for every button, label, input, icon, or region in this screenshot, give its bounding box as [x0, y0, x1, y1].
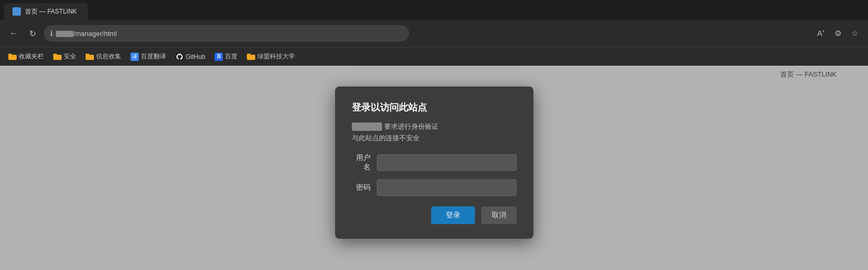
svg-rect-7 — [247, 54, 251, 56]
address-bar[interactable]: ℹ ···.···.···/manager/html — [44, 25, 409, 42]
bookmark-item-favorites[interactable]: 收藏夹栏 — [4, 50, 48, 63]
svg-rect-3 — [53, 54, 57, 56]
bookmark-item-info[interactable]: 信息收集 — [81, 50, 125, 63]
username-row: 用户名 — [352, 153, 517, 172]
login-button[interactable]: 登录 — [431, 206, 475, 224]
bookmark-label: 收藏夹栏 — [19, 52, 44, 61]
reload-button[interactable]: ↻ — [25, 26, 40, 41]
dialog-warning: 与此站点的连接不安全 — [352, 133, 517, 143]
tab-favicon — [13, 7, 21, 16]
info-icon: ℹ — [50, 29, 53, 38]
bookmark-label: 绿盟科技大学 — [257, 52, 295, 61]
subtitle-suffix: 要求进行身份验证 — [384, 122, 438, 131]
bookmark-label: 百度翻译 — [141, 52, 166, 61]
cancel-button[interactable]: 取消 — [481, 206, 517, 224]
svg-rect-1 — [8, 54, 12, 56]
bookmarks-bar: 收藏夹栏 安全 信息收集 译 百度翻译 GitHub 百 百度 绿盟科技大学 — [0, 47, 868, 66]
bookmark-item-baidu[interactable]: 百 百度 — [210, 50, 242, 63]
extensions-button[interactable]: ⚙ — [830, 26, 845, 41]
username-label: 用户名 — [352, 153, 371, 172]
username-input[interactable] — [377, 154, 517, 171]
active-tab[interactable]: 首页 — FASTLINK — [4, 3, 88, 20]
dialog-title: 登录以访问此站点 — [352, 101, 517, 114]
favorites-button[interactable]: ☆ — [847, 26, 862, 41]
bookmark-item-github[interactable]: GitHub — [171, 51, 209, 63]
password-input[interactable] — [377, 179, 517, 196]
folder-icon — [86, 53, 94, 60]
dialog-subtitle: ···.···.···.··· 要求进行身份验证 — [352, 122, 517, 131]
password-row: 密码 — [352, 179, 517, 196]
blurred-url: ···.···.···.··· — [352, 122, 382, 131]
page-content: 首页 — FASTLINK 登录以访问此站点 ···.···.···.··· 要… — [0, 66, 868, 270]
bookmark-label: 百度 — [225, 52, 237, 61]
baidu-icon: 百 — [215, 53, 223, 61]
tab-title: 首页 — FASTLINK — [25, 7, 79, 16]
auth-dialog: 登录以访问此站点 ···.···.···.··· 要求进行身份验证 与此站点的连… — [335, 87, 533, 239]
dialog-buttons: 登录 取消 — [352, 206, 517, 224]
browser-chrome: 首页 — FASTLINK ← ↻ ℹ ···.···.···/manager/… — [0, 0, 868, 47]
modal-overlay: 登录以访问此站点 ···.···.···.··· 要求进行身份验证 与此站点的连… — [0, 66, 868, 270]
back-button[interactable]: ← — [6, 26, 21, 41]
bookmark-label: 安全 — [64, 52, 76, 61]
toolbar-right: Aʼ ⚙ ☆ — [814, 26, 862, 41]
folder-icon — [53, 53, 62, 60]
url-text: ···.···.···/manager/html — [56, 30, 403, 38]
tab-bar: 首页 — FASTLINK — [0, 0, 868, 20]
address-bar-row: ← ↻ ℹ ···.···.···/manager/html Aʼ ⚙ ☆ — [0, 20, 868, 47]
bookmark-item-security[interactable]: 安全 — [49, 50, 80, 63]
svg-rect-5 — [86, 54, 89, 56]
bookmark-label: GitHub — [186, 53, 205, 60]
github-icon — [175, 53, 184, 61]
baidu-translate-icon: 译 — [130, 53, 139, 61]
reader-mode-button[interactable]: Aʼ — [814, 26, 828, 41]
folder-icon — [8, 53, 17, 60]
password-label: 密码 — [352, 183, 371, 192]
bookmark-label: 信息收集 — [96, 52, 121, 61]
bookmark-item-lvmeng[interactable]: 绿盟科技大学 — [243, 50, 299, 63]
folder-icon — [247, 53, 255, 60]
blurred-url: ···.···.··· — [56, 31, 74, 37]
bookmark-item-baidu-translate[interactable]: 译 百度翻译 — [126, 50, 170, 63]
